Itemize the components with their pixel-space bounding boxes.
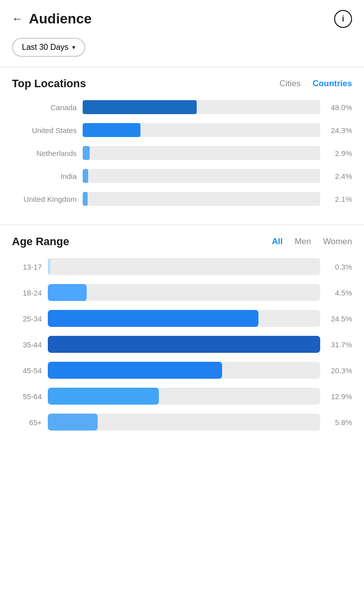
top-locations-title: Top Locations <box>12 77 86 90</box>
location-bar-fill <box>83 169 88 183</box>
location-label: India <box>12 172 77 180</box>
location-bar-value: 24.3% <box>326 126 352 135</box>
age-bar-fill <box>48 310 258 327</box>
info-button[interactable]: i <box>334 10 352 28</box>
age-bar-track <box>48 362 320 379</box>
location-bar-row: Netherlands 2.9% <box>12 146 352 160</box>
tab-men[interactable]: Men <box>295 237 311 247</box>
location-bar-value: 2.1% <box>326 195 352 203</box>
tab-all[interactable]: All <box>272 237 283 247</box>
location-label: Canada <box>12 103 77 112</box>
age-bar-value: 31.7% <box>326 340 352 349</box>
age-bar-fill <box>48 414 98 431</box>
location-bar-fill <box>83 146 90 160</box>
page-title: Audience <box>29 11 92 27</box>
age-label: 13-17 <box>12 263 42 271</box>
location-bar-track <box>83 100 320 114</box>
location-bar-row: United Kingdom 2.1% <box>12 192 352 206</box>
location-bar-row: India 2.4% <box>12 169 352 183</box>
age-label: 18-24 <box>12 289 42 297</box>
location-label: United Kingdom <box>12 195 77 203</box>
location-bars-container: Canada 48.0% United States 24.3% Netherl… <box>12 100 352 206</box>
age-range-title: Age Range <box>12 235 69 248</box>
age-bar-row: 13-17 0.3% <box>12 258 352 275</box>
age-label: 25-34 <box>12 314 42 323</box>
age-bar-row: 25-34 24.5% <box>12 310 352 327</box>
age-range-section: Age Range All Men Women 13-17 0.3% 18-24… <box>0 225 364 449</box>
age-range-header: Age Range All Men Women <box>12 235 352 248</box>
age-tabs: All Men Women <box>272 237 352 247</box>
age-bar-value: 5.8% <box>326 418 352 427</box>
age-bar-track <box>48 388 320 405</box>
age-bar-value: 20.3% <box>326 366 352 375</box>
age-bar-row: 65+ 5.8% <box>12 414 352 431</box>
tab-cities[interactable]: Cities <box>279 79 301 89</box>
age-bar-track <box>48 310 320 327</box>
age-label: 65+ <box>12 418 42 427</box>
age-bar-fill <box>48 388 159 405</box>
tab-countries[interactable]: Countries <box>313 79 352 89</box>
location-tabs: Cities Countries <box>279 79 352 89</box>
location-bar-value: 48.0% <box>326 103 352 112</box>
location-bar-track <box>83 123 320 137</box>
date-filter-button[interactable]: Last 30 Days ▾ <box>12 38 85 57</box>
location-bar-fill <box>83 123 140 137</box>
top-locations-header: Top Locations Cities Countries <box>12 77 352 90</box>
location-bar-track <box>83 169 320 183</box>
age-bar-value: 4.5% <box>326 289 352 297</box>
header: ← Audience i <box>0 0 364 36</box>
location-bar-value: 2.9% <box>326 149 352 157</box>
age-bars-container: 13-17 0.3% 18-24 4.5% 25-34 24.5% 35-44 … <box>12 258 352 431</box>
age-bar-row: 35-44 31.7% <box>12 336 352 353</box>
location-bar-row: United States 24.3% <box>12 123 352 137</box>
age-bar-fill <box>48 336 320 353</box>
location-label: Netherlands <box>12 149 77 157</box>
age-bar-track <box>48 284 320 301</box>
age-bar-value: 24.5% <box>326 314 352 323</box>
location-bar-fill <box>83 192 88 206</box>
header-left: ← Audience <box>12 11 92 27</box>
age-bar-track <box>48 414 320 431</box>
age-bar-value: 0.3% <box>326 263 352 271</box>
age-label: 45-54 <box>12 366 42 375</box>
date-filter-label: Last 30 Days <box>22 43 68 52</box>
location-bar-value: 2.4% <box>326 172 352 180</box>
age-bar-row: 45-54 20.3% <box>12 362 352 379</box>
age-label: 55-64 <box>12 392 42 401</box>
age-bar-track <box>48 258 320 275</box>
location-bar-track <box>83 146 320 160</box>
age-bar-fill <box>48 258 50 275</box>
age-bar-row: 18-24 4.5% <box>12 284 352 301</box>
chevron-down-icon: ▾ <box>72 44 75 51</box>
location-label: United States <box>12 126 77 135</box>
age-bar-track <box>48 336 320 353</box>
back-button[interactable]: ← <box>12 12 23 25</box>
age-bar-fill <box>48 284 87 301</box>
tab-women[interactable]: Women <box>323 237 352 247</box>
date-filter: Last 30 Days ▾ <box>12 38 352 57</box>
age-label: 35-44 <box>12 340 42 349</box>
age-bar-fill <box>48 362 222 379</box>
location-bar-row: Canada 48.0% <box>12 100 352 114</box>
location-bar-fill <box>83 100 197 114</box>
location-bar-track <box>83 192 320 206</box>
age-bar-value: 12.9% <box>326 392 352 401</box>
top-locations-section: Top Locations Cities Countries Canada 48… <box>0 67 364 225</box>
age-bar-row: 55-64 12.9% <box>12 388 352 405</box>
